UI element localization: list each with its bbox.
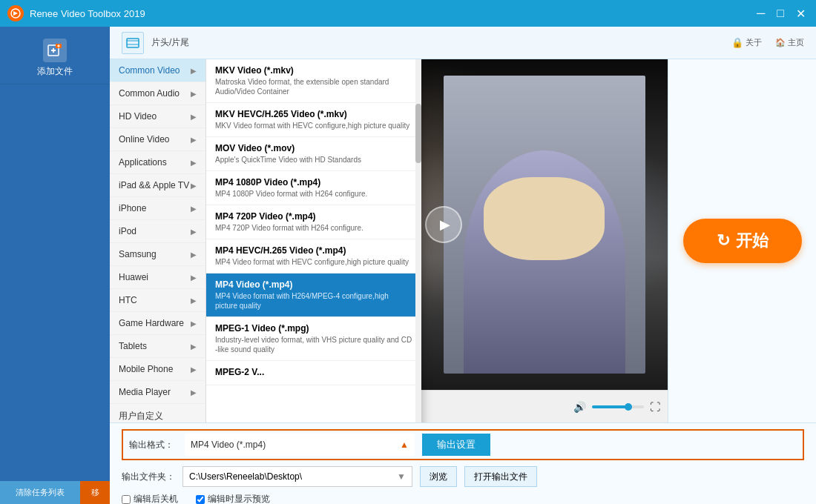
category-item-game-hardware[interactable]: Game Hardware ▶ [110, 312, 205, 335]
category-list: Common Video ▶ Common Audio ▶ HD Video ▶ [110, 59, 206, 422]
play-btn[interactable] [425, 206, 462, 243]
shutdown-checkbox[interactable] [122, 495, 131, 504]
category-item-ipad[interactable]: iPad && Apple TV ▶ [110, 174, 205, 197]
format-item-mp4[interactable]: MP4 Video (*.mp4) MP4 Video format with … [206, 273, 421, 317]
browse-btn[interactable]: 浏览 [420, 466, 457, 487]
format-desc: Apple's QuickTime Video with HD Standard… [215, 155, 412, 165]
home-btn[interactable]: 🏠 主页 [775, 37, 804, 48]
format-name: MPEG-1 Video (*.mpg) [215, 323, 412, 334]
folder-input[interactable]: C:\Users\Reneelab\Desktop\ ▼ [182, 466, 412, 487]
close-btn[interactable]: ✕ [793, 7, 809, 21]
format-item-mkv-hevc[interactable]: MKV HEVC/H.265 Video (*.mkv) MKV Video f… [206, 103, 421, 137]
open-output-folder-btn[interactable]: 打开输出文件 [464, 466, 537, 487]
category-item-ipod[interactable]: iPod ▶ [110, 220, 205, 243]
sidebar-bottom: 清除任务列表 移 [0, 481, 110, 504]
add-file-btn[interactable]: 添加文件 [0, 33, 110, 84]
fullscreen-btn[interactable]: ⛶ [650, 401, 660, 413]
category-label: HTC [119, 295, 137, 305]
arrow-icon: ▶ [191, 228, 197, 236]
app-title: Renee Video Toolbox 2019 [30, 8, 754, 19]
category-item-common-audio[interactable]: Common Audio ▶ [110, 82, 205, 105]
start-btn[interactable]: ↻ 开始 [683, 219, 802, 263]
output-format-dropdown[interactable]: MP4 Video (*.mp4) ▲ [185, 434, 415, 456]
format-name: MP4 Video (*.mp4) [215, 279, 412, 290]
output-settings-btn[interactable]: 输出设置 [422, 434, 490, 456]
category-label: iPhone [119, 203, 146, 213]
shutdown-checkbox-item[interactable]: 编辑后关机 [122, 493, 178, 504]
arrow-icon: ▶ [191, 182, 197, 190]
category-label: iPod [119, 226, 136, 236]
folder-path: C:\Users\Reneelab\Desktop\ [189, 471, 302, 482]
clear-tasks-btn[interactable]: 清除任务列表 [0, 481, 80, 504]
category-label: Game Hardware [119, 318, 184, 328]
category-item-online-video[interactable]: Online Video ▶ [110, 128, 205, 151]
format-desc: MP4 720P Video format with H264 configur… [215, 223, 412, 233]
arrow-icon: ▶ [191, 251, 197, 259]
format-item-mkv[interactable]: MKV Video (*.mkv) Matroska Video format,… [206, 59, 421, 103]
format-item-mov[interactable]: MOV Video (*.mov) Apple's QuickTime Vide… [206, 137, 421, 171]
svg-rect-3 [127, 39, 139, 47]
format-name: MKV Video (*.mkv) [215, 65, 412, 76]
format-name: MKV HEVC/H.265 Video (*.mkv) [215, 109, 412, 119]
app-logo [7, 5, 24, 21]
category-label: Samsung [119, 249, 157, 259]
arrow-icon: ▶ [191, 136, 197, 144]
category-item-custom[interactable]: 用户自定义 [110, 404, 205, 422]
lock-btn[interactable]: 🔒 关于 [731, 37, 762, 48]
output-folder-row: 输出文件夹： C:\Users\Reneelab\Desktop\ ▼ 浏览 打… [122, 466, 804, 487]
bottom-bar: 输出格式： MP4 Video (*.mp4) ▲ 输出设置 输出文件夹： C:… [110, 422, 816, 504]
category-item-tablets[interactable]: Tablets ▶ [110, 335, 205, 358]
format-item-mp4-1080p[interactable]: MP4 1080P Video (*.mp4) MP4 1080P Video … [206, 171, 421, 205]
file-panel: Renee Common Video ▶ Common Audio ▶ [110, 59, 220, 422]
format-dropdown-menu: Common Video ▶ Common Audio ▶ HD Video ▶ [110, 59, 421, 422]
window-controls[interactable]: ─ □ ✕ [754, 7, 809, 21]
format-name: MOV Video (*.mov) [215, 143, 412, 153]
title-section-icon[interactable] [122, 32, 144, 54]
arrow-icon: ▶ [191, 365, 197, 374]
sidebar: 添加文件 清除任务列表 移 [0, 27, 110, 504]
format-desc: Matroska Video format, the extensible op… [215, 77, 412, 96]
volume-thumb [625, 403, 632, 411]
category-item-htc[interactable]: HTC ▶ [110, 289, 205, 312]
category-item-hd-video[interactable]: HD Video ▶ [110, 105, 205, 128]
format-item-mp4-hevc[interactable]: MP4 HEVC/H.265 Video (*.mp4) MP4 Video f… [206, 239, 421, 273]
format-item-mp4-720p[interactable]: MP4 720P Video (*.mp4) MP4 720P Video fo… [206, 205, 421, 239]
format-desc: MP4 1080P Video format with H264 configu… [215, 189, 412, 199]
category-label: Media Player [119, 387, 171, 397]
category-item-iphone[interactable]: iPhone ▶ [110, 197, 205, 220]
format-name: MP4 1080P Video (*.mp4) [215, 177, 412, 188]
category-item-samsung[interactable]: Samsung ▶ [110, 243, 205, 266]
minimize-btn[interactable]: ─ [754, 7, 768, 21]
arrow-icon: ▶ [191, 319, 197, 328]
category-item-huawei[interactable]: Huawei ▶ [110, 266, 205, 289]
category-label: HD Video [119, 111, 157, 122]
volume-slider[interactable] [592, 405, 644, 408]
lock-label: 关于 [746, 37, 762, 48]
preview-checkbox[interactable] [196, 495, 205, 504]
middle-area: Renee Common Video ▶ Common Audio ▶ [110, 59, 816, 422]
volume-icon: 🔊 [573, 401, 586, 413]
topbar: 片头/片尾 🔒 关于 🏠 主页 [110, 27, 816, 59]
output-format-value: MP4 Video (*.mp4) [191, 440, 266, 450]
arrow-icon: ▶ [191, 205, 197, 213]
arrow-icon: ▶ [191, 296, 197, 305]
category-label: Common Audio [119, 88, 180, 99]
category-item-common-video[interactable]: Common Video ▶ [110, 59, 205, 82]
category-label: Online Video [119, 134, 170, 145]
format-item-mpeg1[interactable]: MPEG-1 Video (*.mpg) Industry-level vide… [206, 317, 421, 361]
preview-checkbox-item[interactable]: 编辑时显示预览 [196, 493, 270, 504]
category-item-media-player[interactable]: Media Player ▶ [110, 381, 205, 404]
format-name: MPEG-2 V... [215, 367, 412, 377]
refresh-icon: ↻ [717, 231, 730, 251]
home-icon: 🏠 [775, 38, 786, 47]
volume-fill [592, 405, 628, 408]
start-btn-label: 开始 [736, 230, 769, 252]
category-label: 用户自定义 [119, 410, 163, 422]
category-item-applications[interactable]: Applications ▶ [110, 151, 205, 174]
move-btn[interactable]: 移 [80, 481, 110, 504]
dropdown-arrow-icon: ▲ [400, 440, 409, 450]
category-item-mobile-phone[interactable]: Mobile Phone ▶ [110, 358, 205, 381]
arrow-icon: ▶ [191, 90, 197, 98]
format-item-mpeg2[interactable]: MPEG-2 V... [206, 361, 421, 385]
maximize-btn[interactable]: □ [774, 7, 787, 21]
